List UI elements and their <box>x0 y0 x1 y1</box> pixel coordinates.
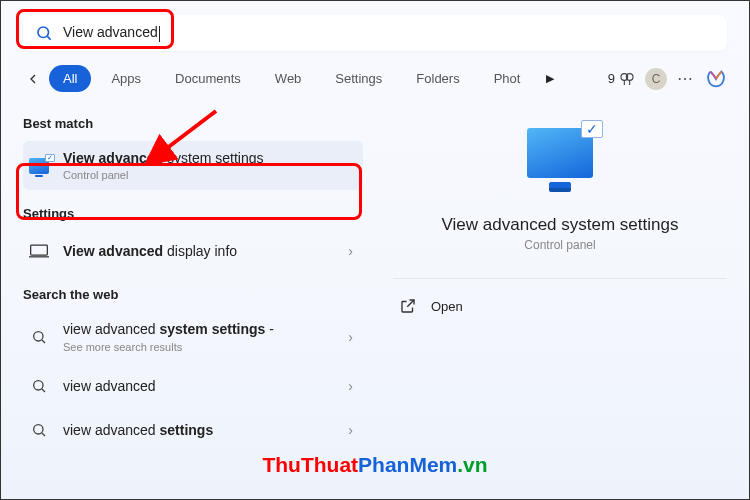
chevron-right-icon: › <box>348 329 353 345</box>
preview-subtitle: Control panel <box>393 238 727 252</box>
filter-folders[interactable]: Folders <box>402 65 473 92</box>
copilot-icon[interactable] <box>705 68 727 90</box>
filter-settings[interactable]: Settings <box>321 65 396 92</box>
result-web-view-advanced-settings[interactable]: view advanced settings › <box>23 410 363 450</box>
result-display-info[interactable]: View advanced display info › <box>23 231 363 271</box>
result-web-view-advanced[interactable]: view advanced › <box>23 366 363 406</box>
svg-line-1 <box>47 36 50 39</box>
search-icon <box>27 325 51 349</box>
result-best-match[interactable]: ✓ View advanced system settings Control … <box>23 141 363 190</box>
account-avatar[interactable]: C <box>645 68 667 90</box>
search-box[interactable]: View advanced <box>23 15 727 51</box>
filter-all[interactable]: All <box>49 65 91 92</box>
svg-point-10 <box>34 425 43 434</box>
results-column: Best match ✓ View advanced system settin… <box>23 100 363 454</box>
filter-apps[interactable]: Apps <box>97 65 155 92</box>
search-input[interactable]: View advanced <box>63 24 715 41</box>
result-text: view advanced <box>63 377 336 395</box>
preview-pane: ✓ View advanced system settings Control … <box>363 100 727 454</box>
svg-point-6 <box>34 332 43 341</box>
back-button[interactable] <box>23 69 43 89</box>
chevron-right-icon: › <box>348 243 353 259</box>
result-web-system-settings[interactable]: view advanced system settings - See more… <box>23 312 363 361</box>
system-settings-icon-large: ✓ <box>527 128 593 178</box>
open-button[interactable]: Open <box>393 279 727 333</box>
result-text: View advanced system settings Control pa… <box>63 149 353 182</box>
result-text: view advanced system settings - See more… <box>63 320 336 353</box>
more-options-button[interactable]: ⋯ <box>677 69 695 88</box>
result-text: view advanced settings <box>63 421 336 439</box>
preview-header: ✓ View advanced system settings Control … <box>393 100 727 252</box>
display-icon <box>27 239 51 263</box>
open-icon <box>399 297 417 315</box>
svg-line-9 <box>42 389 45 392</box>
svg-point-0 <box>38 27 49 38</box>
main-area: Best match ✓ View advanced system settin… <box>1 100 749 454</box>
header-right-group: 9 C ⋯ <box>608 68 727 90</box>
system-settings-icon: ✓ <box>27 154 51 178</box>
svg-point-8 <box>34 381 43 390</box>
section-search-web: Search the web <box>23 287 363 302</box>
search-icon <box>27 374 51 398</box>
search-icon <box>35 24 53 42</box>
chevron-right-icon: › <box>348 422 353 438</box>
more-filters-button[interactable]: ▶ <box>546 72 554 85</box>
rewards-icon <box>619 71 635 87</box>
svg-line-7 <box>42 340 45 343</box>
rewards-count: 9 <box>608 71 615 86</box>
filter-photos[interactable]: Phot <box>480 65 535 92</box>
svg-line-11 <box>42 433 45 436</box>
svg-rect-4 <box>31 246 48 256</box>
section-settings: Settings <box>23 206 363 221</box>
top-bar: View advanced <box>1 1 749 51</box>
chevron-right-icon: › <box>348 378 353 394</box>
search-icon <box>27 418 51 442</box>
section-best-match: Best match <box>23 116 363 131</box>
filter-documents[interactable]: Documents <box>161 65 255 92</box>
filter-row: All Apps Documents Web Settings Folders … <box>1 51 749 100</box>
windows-search-panel: View advanced All Apps Documents Web Set… <box>0 0 750 500</box>
open-label: Open <box>431 299 463 314</box>
filter-web[interactable]: Web <box>261 65 316 92</box>
rewards-button[interactable]: 9 <box>608 71 635 87</box>
preview-title: View advanced system settings <box>393 215 727 235</box>
result-text: View advanced display info <box>63 242 336 260</box>
watermark: ThuThuatPhanMem.vn <box>262 453 487 477</box>
check-icon: ✓ <box>581 120 603 138</box>
